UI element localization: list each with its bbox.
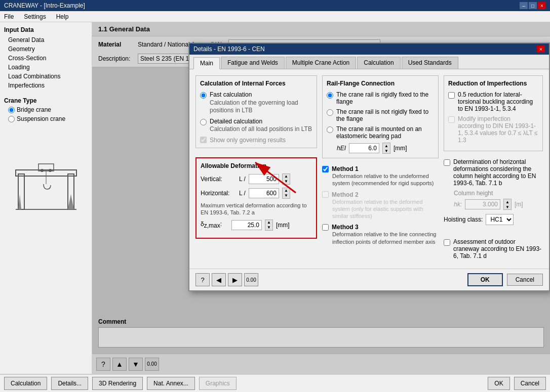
horizontal-up-btn[interactable]: ▲ <box>283 188 290 193</box>
dzmax-label: δz,max: <box>201 221 228 229</box>
governing-checkbox[interactable] <box>200 137 207 143</box>
rail-option1-radio[interactable] <box>327 92 333 99</box>
hk-input[interactable] <box>465 199 500 209</box>
bottom-bar: Calculation Details... 3D Rendering Nat.… <box>0 374 550 392</box>
rail-option3-radio[interactable] <box>327 126 333 133</box>
method2-checkbox[interactable] <box>322 191 329 198</box>
modal-close-button[interactable]: × <box>537 46 545 53</box>
method3-checkbox[interactable] <box>322 224 329 231</box>
method3-item: Method 3 Deformation relative to the lin… <box>322 224 439 245</box>
bridge-crane-radio[interactable] <box>8 107 15 113</box>
reduction-option2-row[interactable]: Modify imperfection according to DIN EN … <box>448 115 538 144</box>
dzmax-row: δz,max: ▲ ▼ [mm] <box>201 220 312 231</box>
dzmax-up-btn[interactable]: ▲ <box>265 220 272 225</box>
footer-help-btn[interactable]: ? <box>195 273 210 286</box>
suspension-crane-label: Suspension crane <box>17 115 65 122</box>
menu-settings[interactable]: Settings <box>22 12 48 21</box>
outdoor-craneway-checkbox[interactable] <box>444 239 450 246</box>
detailed-calc-radio-row[interactable]: Detailed calculation Calculation of all … <box>200 118 312 134</box>
sidebar-item-load-combinations[interactable]: Load Combinations <box>0 72 92 81</box>
hei-up-btn[interactable]: ▲ <box>383 143 390 148</box>
fast-calc-radio-row[interactable]: Fast calculation Calculation of the gove… <box>200 91 312 115</box>
hk-down-btn[interactable]: ▼ <box>504 204 511 209</box>
outdoor-craneway-label: Assessment of outdoor craneway according… <box>453 238 543 259</box>
footer-next-btn[interactable]: ▶ <box>228 273 242 286</box>
sidebar-item-general-data[interactable]: General Data <box>0 35 92 45</box>
minimize-button[interactable]: – <box>520 2 528 9</box>
vertical-down-btn[interactable]: ▼ <box>283 179 290 184</box>
bottom-cancel-button[interactable]: Cancel <box>514 377 546 390</box>
hk-up-btn[interactable]: ▲ <box>504 199 511 204</box>
dzmax-down-btn[interactable]: ▼ <box>265 225 272 230</box>
footer-prev-btn[interactable]: ◀ <box>212 273 226 286</box>
footer-reset-btn[interactable]: 0.00 <box>244 273 258 286</box>
modal-middle-column: Rail-Flange Connection The crane rail is… <box>322 75 439 263</box>
tab-main[interactable]: Main <box>193 57 220 69</box>
vertical-prefix: L / <box>239 176 246 183</box>
rail-option2-row[interactable]: The crane rail is not rigidly fixed to t… <box>327 108 434 122</box>
tab-used-standards[interactable]: Used Standards <box>402 57 458 69</box>
method1-checkbox[interactable] <box>322 166 329 172</box>
menu-file[interactable]: File <box>2 12 16 21</box>
calculation-button[interactable]: Calculation <box>4 377 47 390</box>
svg-marker-9 <box>68 194 74 209</box>
sidebar-item-suspension-crane[interactable]: Suspension crane <box>0 114 92 123</box>
menu-help[interactable]: Help <box>54 12 71 21</box>
method1-item: Method 1 Deformation relative to the und… <box>322 165 439 187</box>
sidebar-item-bridge-crane[interactable]: Bridge crane <box>0 105 92 114</box>
reduction-option1-row[interactable]: 0.5 reduction for lateral-torsional buck… <box>448 91 538 112</box>
reduction-option2-checkbox[interactable] <box>448 116 455 123</box>
horizontal-input[interactable] <box>249 188 279 198</box>
3d-rendering-button[interactable]: 3D Rendering <box>92 377 143 390</box>
method3-header[interactable]: Method 3 <box>322 224 439 231</box>
dzmax-spinner[interactable]: ▲ ▼ <box>265 220 273 231</box>
sidebar-item-loading[interactable]: Loading <box>0 63 92 72</box>
hei-spinner[interactable]: ▲ ▼ <box>382 143 390 154</box>
maximize-button[interactable]: □ <box>529 2 537 9</box>
outdoor-craneway-row[interactable]: Assessment of outdoor craneway according… <box>444 238 543 259</box>
hei-input[interactable] <box>349 143 379 153</box>
vertical-up-btn[interactable]: ▲ <box>283 174 290 179</box>
suspension-crane-radio[interactable] <box>8 116 15 122</box>
sidebar-item-geometry[interactable]: Geometry <box>0 45 92 54</box>
governing-row[interactable]: Show only governing results <box>200 137 312 144</box>
dzmax-input[interactable] <box>231 220 262 230</box>
hoisting-label: Hoisting class: <box>444 216 483 223</box>
sidebar-item-cross-section[interactable]: Cross-Section <box>0 54 92 63</box>
hoisting-select[interactable]: HC1 HC2 HC3 HC4 <box>486 214 514 225</box>
vertical-spinner[interactable]: ▲ ▼ <box>282 173 290 185</box>
method2-header[interactable]: Method 2 <box>322 191 439 198</box>
bottom-ok-button[interactable]: OK <box>488 377 509 390</box>
graphics-button: Graphics <box>199 377 237 390</box>
reduction-option1-label: 0.5 reduction for lateral-torsional buck… <box>458 91 538 112</box>
cancel-button[interactable]: Cancel <box>507 274 543 286</box>
allowable-deformation-title: Allowable Deformation <box>201 162 312 169</box>
sidebar-item-imperfections[interactable]: Imperfections <box>0 81 92 90</box>
sidebar-crane-type-label: Crane Type <box>0 94 92 105</box>
method1-header[interactable]: Method 1 <box>322 165 439 172</box>
modal-left-column: Calculation of Internal Forces Fast calc… <box>195 75 317 263</box>
ok-button[interactable]: OK <box>467 273 503 286</box>
fast-calc-desc: Calculation of the governing load positi… <box>210 99 312 115</box>
fast-calc-radio[interactable] <box>200 92 207 99</box>
detailed-calc-radio[interactable] <box>200 119 207 125</box>
hei-down-btn[interactable]: ▼ <box>383 148 390 153</box>
horizontal-down-btn[interactable]: ▼ <box>283 193 290 198</box>
rail-option3-row[interactable]: The crane rail is mounted on an elastome… <box>327 125 434 140</box>
horiz-deform-checkbox[interactable] <box>444 159 450 166</box>
reduction-option1-checkbox[interactable] <box>448 92 455 99</box>
hk-spinner[interactable]: ▲ ▼ <box>503 199 512 210</box>
rail-option1-row[interactable]: The crane rail is rigidly fixed to the f… <box>327 91 434 105</box>
horizontal-spinner[interactable]: ▲ ▼ <box>282 188 290 199</box>
rail-option2-radio[interactable] <box>327 109 333 116</box>
horiz-deform-row[interactable]: Determination of horizontal deformations… <box>444 158 543 187</box>
tab-calculation[interactable]: Calculation <box>357 57 400 69</box>
col-height-label-text: Column height <box>454 190 543 197</box>
close-button[interactable]: × <box>538 2 546 9</box>
vertical-input[interactable] <box>249 174 279 184</box>
tab-multiple-crane[interactable]: Multiple Crane Action <box>286 57 356 69</box>
details-button[interactable]: Details... <box>51 377 88 390</box>
calc-internal-forces-section: Calculation of Internal Forces Fast calc… <box>195 75 317 148</box>
tab-fatigue[interactable]: Fatigue and Welds <box>221 57 285 69</box>
nat-annex-button[interactable]: Nat. Annex... <box>147 377 195 390</box>
